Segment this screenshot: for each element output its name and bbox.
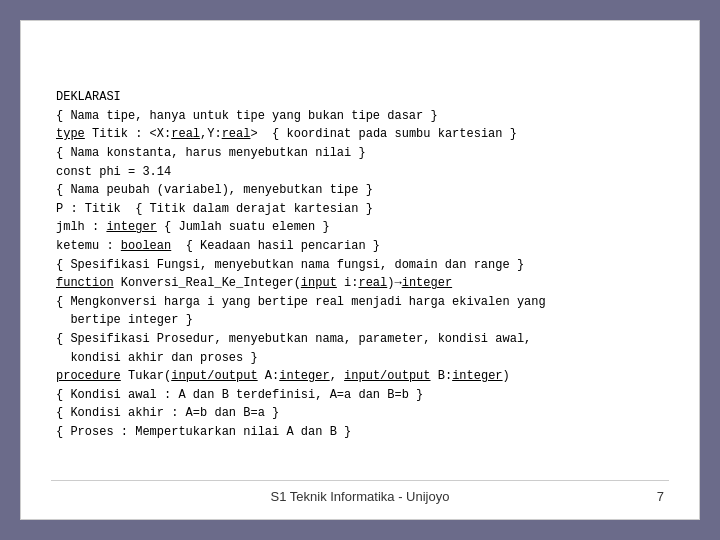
code-line: { Proses : Mempertukarkan nilai A dan B … [56, 423, 664, 442]
footer-label: S1 Teknik Informatika - Unijoyo [271, 489, 450, 504]
code-line: { Nama konstanta, harus menyebutkan nila… [56, 144, 664, 163]
code-line: type Titik : <X:real,Y:real> { koordinat… [56, 125, 664, 144]
code-line: P : Titik { Titik dalam derajat kartesia… [56, 200, 664, 219]
code-area: DEKLARASI{ Nama tipe, hanya untuk tipe y… [51, 41, 669, 475]
code-line: bertipe integer } [56, 311, 664, 330]
code-line: kondisi akhir dan proses } [56, 349, 664, 368]
code-line: function Konversi_Real_Ke_Integer(input … [56, 274, 664, 293]
slide-footer: S1 Teknik Informatika - Unijoyo 7 [51, 480, 669, 504]
code-line: { Nama tipe, hanya untuk tipe yang bukan… [56, 107, 664, 126]
slide-container: DEKLARASI{ Nama tipe, hanya untuk tipe y… [20, 20, 700, 520]
code-line: { Spesifikasi Fungsi, menyebutkan nama f… [56, 256, 664, 275]
code-line: { Kondisi awal : A dan B terdefinisi, A=… [56, 386, 664, 405]
code-line: procedure Tukar(input/output A:integer, … [56, 367, 664, 386]
code-line: { Spesifikasi Prosedur, menyebutkan nama… [56, 330, 664, 349]
code-line: jmlh : integer { Jumlah suatu elemen } [56, 218, 664, 237]
code-line: const phi = 3.14 [56, 163, 664, 182]
code-line: { Nama peubah (variabel), menyebutkan ti… [56, 181, 664, 200]
code-line: DEKLARASI [56, 88, 664, 107]
page-number: 7 [657, 489, 664, 504]
code-line: { Kondisi akhir : A=b dan B=a } [56, 404, 664, 423]
code-line: { Mengkonversi harga i yang bertipe real… [56, 293, 664, 312]
code-line: ketemu : boolean { Keadaan hasil pencari… [56, 237, 664, 256]
